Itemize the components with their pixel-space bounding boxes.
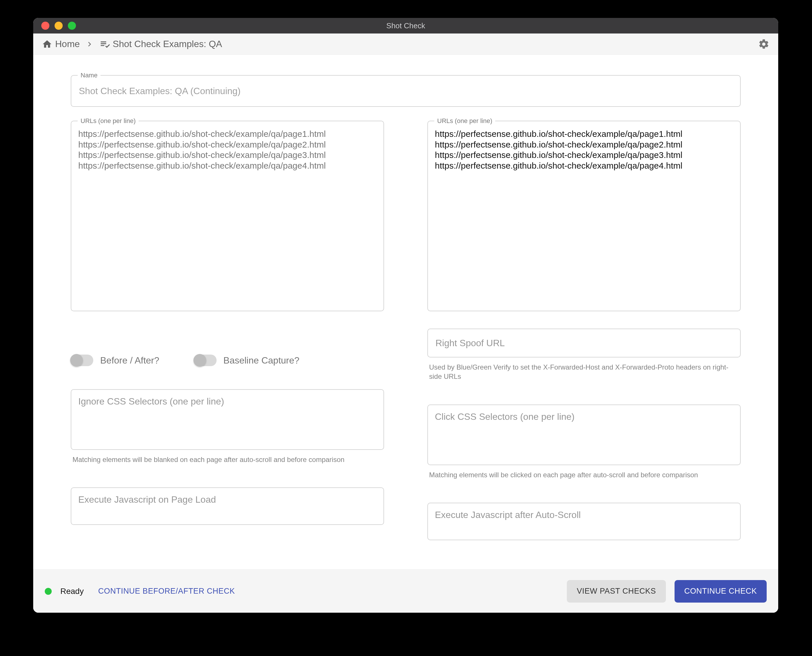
maximize-window-button[interactable]: [68, 22, 76, 30]
name-field: Name: [71, 75, 741, 107]
toggle-switch-icon: [194, 354, 217, 366]
before-after-toggle[interactable]: Before / After?: [71, 354, 159, 366]
titlebar: Shot Check: [33, 18, 778, 34]
toggle-switch-icon: [71, 354, 93, 366]
home-icon: [42, 39, 52, 50]
breadcrumb-home[interactable]: Home: [42, 39, 80, 50]
right-urls-label: URLs (one per line): [434, 117, 495, 125]
app-window: Shot Check Home Shot Check Examples: QA …: [33, 18, 778, 613]
playlist-check-icon: [99, 39, 110, 50]
settings-button[interactable]: [758, 39, 770, 50]
window-controls: [41, 22, 76, 30]
exec-afterscroll-textarea[interactable]: [428, 503, 740, 540]
breadcrumb-bar: Home Shot Check Examples: QA: [33, 34, 778, 55]
minimize-window-button[interactable]: [54, 22, 63, 30]
exec-onload-field: [71, 487, 384, 525]
left-urls-textarea[interactable]: [71, 121, 384, 311]
gear-icon: [758, 39, 770, 50]
exec-afterscroll-field: [427, 503, 741, 540]
spoof-url-helper: Used by Blue/Green Verify to set the X-F…: [427, 363, 741, 381]
ignore-selectors-field: [71, 389, 384, 450]
form-content: Name URLs (one per line) Before / After?…: [33, 55, 778, 569]
baseline-capture-label: Baseline Capture?: [224, 355, 300, 366]
spoof-url-input[interactable]: [428, 329, 740, 357]
exec-onload-textarea[interactable]: [71, 488, 384, 524]
breadcrumb-current-label: Shot Check Examples: QA: [113, 39, 222, 50]
continue-check-button[interactable]: CONTINUE CHECK: [674, 580, 767, 603]
close-window-button[interactable]: [41, 22, 49, 30]
before-after-label: Before / After?: [100, 355, 159, 366]
left-urls-field: URLs (one per line): [71, 121, 384, 311]
left-urls-label: URLs (one per line): [78, 117, 139, 125]
click-selectors-field: [427, 404, 741, 465]
baseline-capture-toggle[interactable]: Baseline Capture?: [194, 354, 300, 366]
right-urls-field: URLs (one per line): [427, 121, 741, 311]
ignore-selectors-textarea[interactable]: [71, 390, 384, 449]
breadcrumb-home-label: Home: [55, 39, 80, 50]
status-text: Ready: [60, 587, 84, 596]
breadcrumb-current[interactable]: Shot Check Examples: QA: [99, 39, 222, 50]
right-urls-textarea[interactable]: [428, 121, 740, 311]
window-title: Shot Check: [387, 22, 425, 30]
spoof-url-field: [427, 329, 741, 357]
ignore-selectors-helper: Matching elements will be blanked on eac…: [71, 455, 384, 464]
chevron-right-icon: [85, 40, 94, 49]
footer-bar: Ready CONTINUE BEFORE/AFTER CHECK VIEW P…: [33, 569, 778, 613]
view-past-checks-button[interactable]: VIEW PAST CHECKS: [567, 580, 666, 603]
name-label: Name: [78, 71, 101, 79]
click-selectors-textarea[interactable]: [428, 405, 740, 464]
name-input[interactable]: [71, 76, 740, 106]
continue-before-after-link[interactable]: CONTINUE BEFORE/AFTER CHECK: [98, 587, 235, 596]
status-indicator-icon: [45, 588, 52, 595]
click-selectors-helper: Matching elements will be clicked on eac…: [427, 470, 741, 480]
